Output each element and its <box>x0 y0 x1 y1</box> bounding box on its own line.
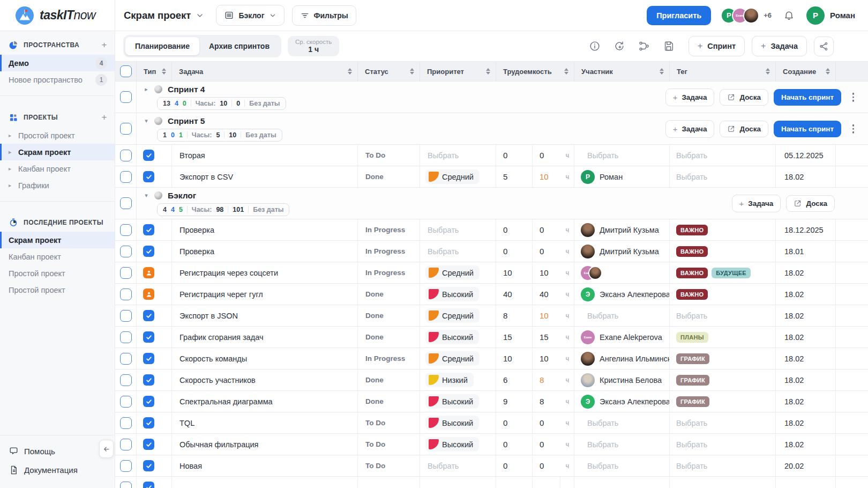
row-checkbox[interactable] <box>120 353 132 365</box>
task-title[interactable]: Регистрация через соцсети <box>172 269 278 277</box>
task-row[interactable]: НоваяTo DoВыбрать00чВыбратьВыбрать20.02 <box>115 455 868 476</box>
effort-fact[interactable]: 0 <box>496 440 507 449</box>
column-header-type[interactable]: Тип <box>137 62 172 81</box>
invite-button[interactable]: Пригласить <box>647 6 711 25</box>
task-title[interactable]: TQL <box>172 419 194 427</box>
no-date-label[interactable]: Без даты <box>245 131 276 139</box>
notifications-bell-icon[interactable] <box>783 10 795 21</box>
effort-fact[interactable]: 0 <box>496 225 507 234</box>
column-header-effort[interactable]: Трудоемкость <box>496 62 574 81</box>
no-date-label[interactable]: Без даты <box>249 100 280 107</box>
chevron-right-icon[interactable]: ▸ <box>9 182 14 188</box>
sprint-group-row[interactable]: ▾Спринт 5101Часы:510Без даты+ЗадачаДоска… <box>115 113 868 144</box>
backlog-group-row[interactable]: ▾Бэклог445Часы:98101Без даты+ЗадачаДоска <box>115 187 868 219</box>
task-type-icon[interactable] <box>143 439 154 450</box>
row-checkbox[interactable] <box>120 224 132 236</box>
effort-fact[interactable]: 6 <box>496 375 507 385</box>
task-title[interactable]: Регистрация черег гугл <box>172 290 263 299</box>
tag-select[interactable]: Выбрать <box>676 312 707 320</box>
task-status[interactable]: In Progress <box>358 247 405 255</box>
sprint-menu-button[interactable] <box>850 91 857 104</box>
row-checkbox[interactable] <box>120 91 132 103</box>
sprint-menu-button[interactable] <box>850 122 857 136</box>
task-title[interactable]: Обычная фильтрация <box>172 440 258 449</box>
assignee-select[interactable]: ЭЭксанэ Алекперова <box>581 395 670 409</box>
effort-plan[interactable]: 10 <box>533 268 549 277</box>
story-type-icon[interactable] <box>143 289 154 300</box>
story-type-icon[interactable] <box>143 267 154 278</box>
sort-icon[interactable] <box>825 67 831 76</box>
effort-plan[interactable]: 8 <box>533 397 544 406</box>
effort-plan[interactable]: 0 <box>533 151 544 160</box>
sprint-group-row[interactable]: ▸Спринт 41340Часы:100Без даты+ЗадачаДоск… <box>115 81 868 113</box>
project-selector[interactable]: Скрам проект <box>124 10 204 21</box>
docs-link[interactable]: Документация <box>0 461 115 479</box>
task-row[interactable]: Экспорт в CSVDoneСредний510чРРоманВыбрат… <box>115 166 868 187</box>
task-title[interactable]: Экспорт в CSV <box>172 173 233 181</box>
task-title[interactable]: Вторая <box>172 151 205 160</box>
task-row[interactable]: ПроверкаIn ProgressВыбрать00чДмитрий Куз… <box>115 219 868 240</box>
row-checkbox[interactable] <box>120 65 132 77</box>
tag-pill[interactable]: ГРАФИК <box>676 396 709 407</box>
task-type-icon[interactable] <box>143 310 154 321</box>
row-checkbox[interactable] <box>120 289 132 300</box>
tag-select[interactable]: Выбрать <box>676 419 707 427</box>
effort-fact[interactable]: 0 <box>496 461 507 470</box>
sort-icon[interactable] <box>765 67 771 76</box>
priority-select[interactable]: Низкий <box>425 373 474 387</box>
task-title[interactable]: Спектральная диаграмма <box>172 397 273 406</box>
task-status[interactable]: In Progress <box>358 354 405 363</box>
task-type-icon[interactable] <box>143 482 154 488</box>
tag-select[interactable]: Выбрать <box>676 173 707 181</box>
task-status[interactable]: Done <box>358 333 384 341</box>
task-status[interactable]: Done <box>358 290 384 298</box>
effort-plan[interactable]: 0 <box>533 461 544 470</box>
column-header-priority[interactable]: Приоритет <box>420 62 496 81</box>
priority-select[interactable]: Высокий <box>425 330 479 344</box>
tag-pill[interactable]: ВАЖНО <box>676 289 708 300</box>
task-title[interactable]: Скорость команды <box>172 354 247 363</box>
share-button[interactable] <box>814 36 834 56</box>
row-checkbox[interactable] <box>120 417 132 429</box>
effort-plan[interactable]: 0 <box>533 418 544 427</box>
effort-plan[interactable]: 10 <box>533 311 549 320</box>
sidebar-item-recent-project[interactable]: Канбан проект <box>0 248 115 265</box>
task-status[interactable]: Done <box>358 312 384 320</box>
task-status[interactable]: Done <box>358 173 384 181</box>
priority-select[interactable]: Средний <box>425 308 480 323</box>
add-space-button[interactable]: + <box>102 40 107 50</box>
assignee-select[interactable]: Ангелина Ильминская <box>581 352 670 366</box>
column-header-tag[interactable]: Тег <box>670 62 776 81</box>
add-sprint-button[interactable]: +Спринт <box>689 36 745 56</box>
collapse-group-icon[interactable]: ▾ <box>142 117 151 124</box>
assignee-select[interactable]: РРоман <box>581 170 623 184</box>
tag-pill[interactable]: ВАЖНО <box>676 225 708 235</box>
sidebar-item-project[interactable]: ▸Канбан проект <box>0 160 115 177</box>
task-status[interactable]: To Do <box>358 151 385 159</box>
task-type-icon[interactable] <box>143 396 154 407</box>
row-checkbox[interactable] <box>120 267 132 279</box>
task-row[interactable]: Регистрация через соцсетиIn ProgressСред… <box>115 262 868 283</box>
priority-select[interactable]: Выбрать <box>420 151 459 160</box>
task-title[interactable]: Проверка <box>172 226 214 234</box>
row-checkbox[interactable] <box>120 171 132 183</box>
task-title[interactable]: Скорость участников <box>172 376 256 385</box>
sidebar-item-recent-project[interactable]: Простой проект <box>0 282 115 298</box>
task-row[interactable]: Спектральная диаграммаDoneВысокий98чЭЭкс… <box>115 390 868 412</box>
task-row[interactable]: TQLTo DoВысокий00чВыбратьВыбрать18.02 <box>115 412 868 433</box>
column-header-assignee[interactable]: Участник <box>574 62 670 81</box>
priority-select[interactable]: Высокий <box>425 437 479 452</box>
priority-select[interactable]: Выбрать <box>420 226 459 234</box>
effort-fact[interactable]: 0 <box>496 151 507 160</box>
task-type-icon[interactable] <box>143 150 154 161</box>
task-type-icon[interactable] <box>143 224 154 235</box>
task-type-icon[interactable] <box>143 374 154 386</box>
task-row[interactable]: ПроверкаIn ProgressВыбрать00чДмитрий Куз… <box>115 240 868 262</box>
row-checkbox[interactable] <box>120 482 132 488</box>
effort-plan[interactable]: 15 <box>533 332 549 342</box>
task-status[interactable]: To Do <box>358 462 385 470</box>
effort-plan[interactable]: 10 <box>533 172 549 181</box>
sidebar-item-project[interactable]: ▸Скрам проект <box>0 144 115 160</box>
sidebar-item-project[interactable]: ▸Графики <box>0 177 115 194</box>
task-type-icon[interactable] <box>143 460 154 471</box>
